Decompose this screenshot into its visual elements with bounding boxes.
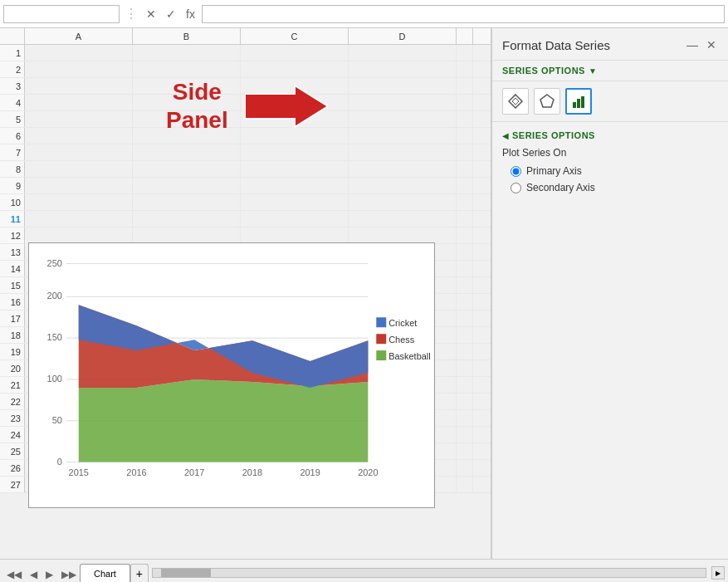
cell[interactable]	[457, 427, 473, 443]
secondary-axis-radio[interactable]	[511, 183, 521, 193]
col-header-b[interactable]: B	[133, 28, 241, 44]
scroll-right-btn[interactable]: ▶	[711, 566, 725, 580]
add-sheet-btn[interactable]: +	[130, 564, 149, 582]
cell[interactable]	[457, 344, 473, 359]
cell[interactable]	[457, 45, 473, 61]
tab-prev-single-btn[interactable]: ◀	[27, 567, 41, 582]
cell[interactable]	[349, 178, 457, 193]
formula-input[interactable]	[202, 5, 725, 23]
cell[interactable]	[457, 211, 473, 227]
cell[interactable]	[241, 178, 349, 193]
cell[interactable]	[457, 194, 473, 210]
cell[interactable]	[133, 144, 241, 160]
col-header-d[interactable]: D	[349, 28, 457, 44]
col-header-c[interactable]: C	[241, 28, 349, 44]
cell[interactable]	[349, 111, 457, 127]
chart-container[interactable]: 0 50 100 150 200 250 2015	[28, 242, 435, 508]
cell[interactable]	[349, 95, 457, 110]
cell[interactable]	[457, 128, 473, 144]
cell[interactable]	[349, 194, 457, 210]
h-scroll-thumb[interactable]	[161, 569, 211, 577]
primary-axis-radio[interactable]	[511, 166, 521, 177]
confirm-formula-btn[interactable]: ✓	[163, 6, 179, 22]
tab-prev-btn[interactable]: ◀◀	[3, 567, 25, 582]
cell[interactable]	[457, 61, 473, 77]
cell[interactable]	[349, 78, 457, 94]
bar-chart-icon	[571, 94, 586, 109]
cell[interactable]	[25, 178, 133, 193]
cell[interactable]	[25, 227, 133, 243]
cell[interactable]	[25, 161, 133, 177]
cell[interactable]	[457, 327, 473, 343]
cell[interactable]	[25, 61, 133, 77]
cell[interactable]	[457, 227, 473, 243]
cell[interactable]	[349, 227, 457, 243]
cell[interactable]	[457, 460, 473, 476]
cell[interactable]	[457, 477, 473, 492]
cell[interactable]	[457, 161, 473, 177]
cell[interactable]	[133, 178, 241, 193]
side-panel-minimize-btn[interactable]: —	[685, 37, 700, 53]
series-options-bar[interactable]: SERIES OPTIONS ▼	[492, 61, 728, 81]
cell[interactable]	[457, 95, 473, 110]
cell[interactable]	[457, 78, 473, 94]
cell[interactable]	[133, 211, 241, 227]
cell[interactable]	[457, 377, 473, 393]
pentagon-icon-btn[interactable]	[534, 88, 560, 115]
cell[interactable]	[241, 194, 349, 210]
cell[interactable]	[25, 144, 133, 160]
secondary-axis-radio-item[interactable]: Secondary Axis	[511, 182, 718, 193]
tab-next-btn[interactable]: ▶▶	[58, 567, 80, 582]
cell[interactable]	[457, 294, 473, 310]
cell[interactable]	[457, 244, 473, 260]
cell[interactable]	[349, 45, 457, 61]
cell[interactable]	[349, 144, 457, 160]
cell[interactable]	[25, 111, 133, 127]
svg-text:200: 200	[47, 291, 62, 301]
cell[interactable]	[133, 61, 241, 77]
cell[interactable]	[457, 311, 473, 326]
cell[interactable]	[457, 394, 473, 409]
sheet-tab-chart[interactable]: Chart	[80, 564, 130, 582]
cell[interactable]	[25, 45, 133, 61]
cell[interactable]	[457, 261, 473, 276]
cell[interactable]	[241, 211, 349, 227]
tab-next-single-btn[interactable]: ▶	[42, 567, 56, 582]
cell[interactable]	[133, 161, 241, 177]
cancel-formula-btn[interactable]: ✕	[143, 6, 159, 22]
cell[interactable]	[25, 128, 133, 144]
cell[interactable]	[241, 161, 349, 177]
fill-icon-btn[interactable]	[502, 88, 529, 115]
cell[interactable]	[457, 410, 473, 426]
cell[interactable]	[241, 227, 349, 243]
col-header-a[interactable]: A	[25, 28, 133, 44]
cell[interactable]	[457, 144, 473, 160]
cell[interactable]	[457, 360, 473, 376]
col-header-e[interactable]	[457, 28, 473, 44]
cell[interactable]	[133, 227, 241, 243]
cell[interactable]	[457, 111, 473, 127]
h-scroll-track[interactable]	[152, 568, 706, 578]
primary-axis-radio-item[interactable]: Primary Axis	[511, 165, 718, 177]
cell[interactable]	[133, 45, 241, 61]
cell[interactable]	[25, 211, 133, 227]
section-collapse-icon[interactable]: ◀	[502, 131, 509, 140]
cell[interactable]	[349, 211, 457, 227]
cell[interactable]	[241, 61, 349, 77]
cell[interactable]	[241, 144, 349, 160]
cell[interactable]	[349, 128, 457, 144]
cell[interactable]	[25, 95, 133, 110]
cell[interactable]	[457, 443, 473, 459]
cell[interactable]	[457, 277, 473, 293]
function-btn[interactable]: fx	[183, 6, 198, 22]
cell[interactable]	[25, 194, 133, 210]
cell[interactable]	[349, 61, 457, 77]
name-box[interactable]	[3, 5, 120, 23]
cell[interactable]	[241, 45, 349, 61]
cell[interactable]	[133, 194, 241, 210]
side-panel-close-btn[interactable]: ✕	[705, 37, 718, 53]
cell[interactable]	[25, 78, 133, 94]
bar-chart-icon-btn[interactable]	[565, 88, 592, 115]
cell[interactable]	[457, 178, 473, 193]
cell[interactable]	[349, 161, 457, 177]
